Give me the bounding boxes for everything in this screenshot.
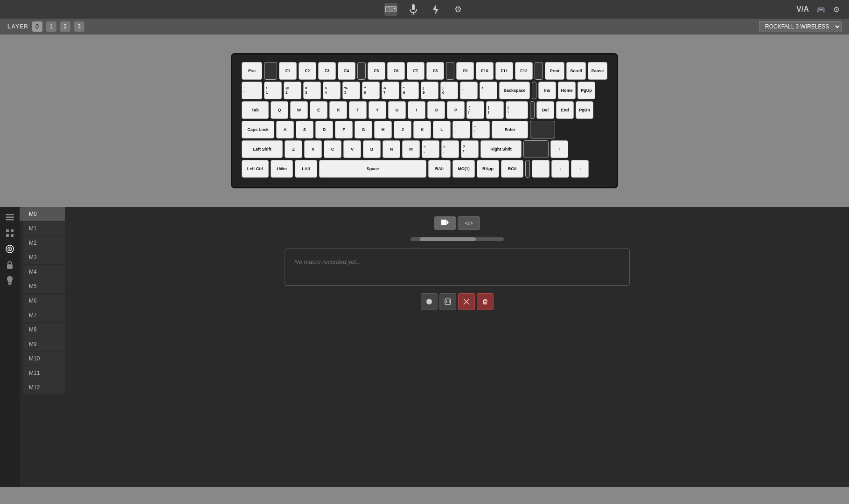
key-f11[interactable]: F11: [495, 62, 513, 80]
macro-item-m11[interactable]: M11: [23, 366, 65, 380]
key-print[interactable]: Print: [545, 62, 564, 80]
key-backslash[interactable]: |\: [506, 101, 528, 119]
expand-control-btn[interactable]: [439, 293, 456, 310]
key-capslock[interactable]: Caps Lock: [242, 121, 274, 138]
key-n[interactable]: N: [383, 140, 400, 158]
key-equals[interactable]: +=: [480, 82, 497, 99]
key-f12[interactable]: F12: [515, 62, 533, 80]
sidebar-grid-icon[interactable]: [3, 227, 16, 240]
record-control-btn[interactable]: [421, 293, 438, 310]
sidebar-target-icon[interactable]: [3, 242, 16, 255]
key-pgup[interactable]: PgUp: [578, 82, 595, 99]
key-d[interactable]: D: [315, 121, 333, 138]
key-j[interactable]: J: [394, 121, 411, 138]
key-leftshift[interactable]: Left Shift: [242, 140, 283, 158]
key-pgdn[interactable]: PgDn: [576, 101, 593, 119]
key-f9[interactable]: F9: [456, 62, 474, 80]
delete-control-btn[interactable]: [477, 293, 494, 310]
key-f[interactable]: F: [335, 121, 353, 138]
macro-scrollbar-track[interactable]: [20, 207, 23, 395]
key-lbracket[interactable]: {[: [466, 101, 484, 119]
macro-item-m8[interactable]: M8: [23, 323, 65, 337]
key-3[interactable]: #3: [303, 82, 321, 99]
key-g[interactable]: G: [355, 121, 372, 138]
macro-item-m10[interactable]: M10: [23, 352, 65, 366]
key-6[interactable]: ^6: [362, 82, 380, 99]
key-a[interactable]: A: [276, 121, 294, 138]
key-b[interactable]: B: [363, 140, 381, 158]
macro-item-m2[interactable]: M2: [23, 236, 65, 250]
key-m[interactable]: M: [402, 140, 420, 158]
sidebar-list-icon[interactable]: [3, 211, 16, 224]
trim-control-btn[interactable]: [458, 293, 475, 310]
key-9[interactable]: (9: [421, 82, 438, 99]
lightning-nav-icon[interactable]: [429, 3, 442, 16]
key-tab[interactable]: Tab: [242, 101, 269, 119]
key-h[interactable]: H: [374, 121, 392, 138]
key-l[interactable]: L: [433, 121, 451, 138]
macro-item-m3[interactable]: M3: [23, 250, 65, 265]
key-leftctrl[interactable]: Left Ctrl: [242, 160, 269, 178]
macro-item-m9[interactable]: M9: [23, 337, 65, 352]
key-p[interactable]: P: [447, 101, 465, 119]
keyboard-nav-icon[interactable]: ⌨: [384, 3, 397, 16]
key-w[interactable]: W: [290, 101, 308, 119]
layer-2-btn[interactable]: 2: [60, 21, 70, 32]
key-c[interactable]: C: [324, 140, 341, 158]
key-backspace[interactable]: Backspace: [499, 82, 530, 99]
macro-item-m5[interactable]: M5: [23, 279, 65, 294]
key-u[interactable]: U: [388, 101, 406, 119]
key-f5[interactable]: F5: [368, 62, 385, 80]
key-v[interactable]: V: [343, 140, 361, 158]
key-o[interactable]: O: [427, 101, 445, 119]
layer-1-btn[interactable]: 1: [46, 21, 56, 32]
record-mode-btn[interactable]: [434, 216, 456, 230]
key-y[interactable]: Y: [369, 101, 386, 119]
layer-0-btn[interactable]: 0: [32, 21, 42, 32]
key-down[interactable]: ↓: [551, 160, 569, 178]
key-end[interactable]: End: [556, 101, 574, 119]
key-semicolon[interactable]: :;: [452, 121, 470, 138]
key-rctl[interactable]: RCtl: [501, 160, 523, 178]
macro-item-m0[interactable]: M0: [23, 207, 65, 221]
key-left[interactable]: ←: [532, 160, 550, 178]
key-enter[interactable]: Enter: [492, 121, 528, 138]
key-f6[interactable]: F6: [387, 62, 405, 80]
key-e[interactable]: E: [310, 101, 327, 119]
macro-item-m1[interactable]: M1: [23, 221, 65, 236]
key-0[interactable]: )0: [440, 82, 458, 99]
microphone-nav-icon[interactable]: [407, 3, 420, 16]
key-i[interactable]: I: [408, 101, 425, 119]
key-5[interactable]: %5: [342, 82, 360, 99]
github-icon[interactable]: ⚙: [833, 5, 840, 14]
discord-icon[interactable]: 🎮: [816, 5, 826, 14]
key-lwin[interactable]: LWin: [271, 160, 293, 178]
key-rightshift[interactable]: Right Shift: [480, 140, 522, 158]
macro-content-scrollbar[interactable]: [411, 237, 504, 241]
key-esc[interactable]: Esc: [242, 62, 262, 80]
key-q[interactable]: Q: [271, 101, 288, 119]
key-rapp[interactable]: RApp: [477, 160, 499, 178]
key-z[interactable]: Z: [285, 140, 302, 158]
key-scroll[interactable]: Scroll: [566, 62, 586, 80]
key-s[interactable]: S: [296, 121, 313, 138]
sidebar-bulb-icon[interactable]: [3, 274, 16, 287]
keyboard-select[interactable]: ROCKFALL 3 WIRELESS: [759, 21, 842, 32]
key-space[interactable]: Space: [319, 160, 426, 178]
key-tilde[interactable]: ~`: [242, 82, 262, 99]
key-2[interactable]: @2: [284, 82, 301, 99]
code-mode-btn[interactable]: </>: [458, 216, 480, 230]
key-f2[interactable]: F2: [299, 62, 316, 80]
key-right[interactable]: →: [571, 160, 589, 178]
key-pause[interactable]: Pause: [588, 62, 607, 80]
key-f1[interactable]: F1: [279, 62, 297, 80]
key-4[interactable]: $4: [323, 82, 341, 99]
key-r[interactable]: R: [329, 101, 347, 119]
key-t[interactable]: T: [349, 101, 367, 119]
key-up[interactable]: ↑: [550, 140, 568, 158]
key-period[interactable]: >.: [441, 140, 459, 158]
key-minus[interactable]: _-: [460, 82, 478, 99]
key-f10[interactable]: F10: [476, 62, 494, 80]
sidebar-lock-icon[interactable]: [3, 258, 16, 271]
key-mo1[interactable]: MO(1): [452, 160, 475, 178]
